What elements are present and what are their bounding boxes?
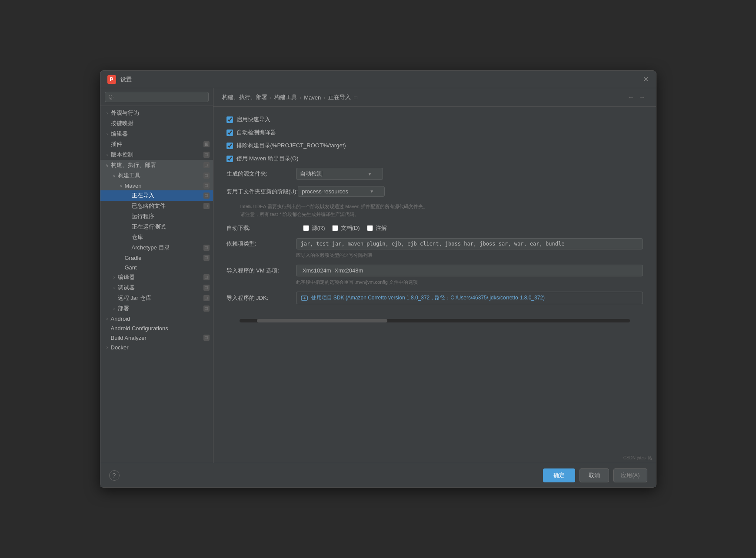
sidebar-item-deploy[interactable]: › 部署 □ [100, 303, 213, 314]
apply-button[interactable]: 应用(A) [613, 468, 647, 482]
spacer [104, 141, 111, 148]
cancel-button[interactable]: 取消 [579, 468, 609, 482]
auto-detect-compiler-label[interactable]: 自动检测编译器 [236, 129, 276, 136]
sidebar-item-editor[interactable]: › 编辑器 [100, 129, 213, 139]
confirm-button[interactable]: 确定 [543, 468, 575, 482]
sidebar-item-android-configs[interactable]: Android Configurations [100, 323, 213, 333]
vcs-icon: □ [203, 152, 210, 158]
spacer [104, 325, 111, 332]
search-box [100, 88, 213, 106]
sidebar-item-gant[interactable]: Gant [100, 262, 213, 272]
spacer [125, 192, 132, 199]
spacer [118, 254, 125, 261]
horizontal-scrollbar[interactable] [240, 319, 630, 322]
dependency-types-input[interactable] [296, 238, 643, 249]
breadcrumb-sep-1: › [270, 94, 272, 101]
phase-update-row: 要用于文件夹更新的阶段(U): process-resources ▼ [226, 186, 643, 197]
footer-left: ? [109, 470, 543, 481]
spacer [104, 120, 111, 127]
vm-options-input[interactable] [296, 265, 643, 276]
sidebar-item-debugger[interactable]: › 调试器 □ [100, 282, 213, 293]
sidebar-item-remote-jar[interactable]: 远程 Jar 仓库 □ [100, 293, 213, 303]
source-download-option: 源(R) [303, 224, 325, 232]
sidebar-item-appearance[interactable]: › 外观与行为 [100, 108, 213, 118]
chevron-down-icon: ∨ [104, 162, 111, 169]
sidebar-item-archetype-catalog[interactable]: Archetype 目录 □ [100, 242, 213, 253]
sidebar-item-maven[interactable]: ∨ Maven □ [100, 181, 213, 190]
settings-dialog: P 设置 ✕ › 外观与行为 按键映射 › 编辑器 [100, 70, 656, 488]
jdk-selector[interactable]: 使用项目 SDK (Amazon Corretto version 1.8.0_… [296, 292, 643, 304]
sidebar-item-running-tests[interactable]: 正在运行测试 [100, 222, 213, 232]
sidebar-item-docker[interactable]: › Docker [100, 342, 213, 352]
ignored-icon: □ [203, 203, 210, 209]
exclude-build-dir-checkbox[interactable] [226, 143, 233, 149]
breadcrumb-sep-2: › [300, 94, 301, 101]
chevron-right-icon: › [111, 274, 118, 281]
dependency-types-row: 依赖项类型: [226, 238, 643, 249]
spacer [125, 223, 132, 230]
spacer [104, 334, 111, 341]
fast-import-checkbox[interactable] [226, 116, 233, 123]
annotations-download-label[interactable]: 注解 [376, 224, 387, 232]
sidebar-item-repository[interactable]: 仓库 [100, 232, 213, 242]
chevron-down-icon: ▼ [370, 189, 374, 194]
phase-select[interactable]: process-resources ▼ [298, 186, 385, 197]
main-content: 构建、执行、部署 › 构建工具 › Maven › 正在导入 □ ← → 启用快… [213, 88, 656, 463]
use-maven-output-checkbox[interactable] [226, 156, 233, 162]
annotations-download-checkbox[interactable] [367, 225, 373, 231]
exclude-build-dir-row: 排除构建目录(%PROJECT_ROOT%/target) [226, 142, 643, 149]
sidebar-item-build-analyzer[interactable]: Build Analyzer □ [100, 333, 213, 342]
watermark: CSDN @zs_帖 [623, 455, 653, 461]
debugger-icon: □ [203, 285, 210, 291]
chevron-down-icon: ∨ [118, 182, 125, 189]
footer-buttons: 确定 取消 应用(A) [543, 468, 647, 482]
search-input[interactable] [105, 92, 209, 102]
breadcrumb-part-2: 构建工具 [274, 93, 297, 101]
sidebar-item-build-exec[interactable]: ∨ 构建、执行、部署 □ [100, 160, 213, 170]
sidebar-item-compiler[interactable]: › 编译器 □ [100, 272, 213, 282]
sidebar-item-gradle[interactable]: Gradle □ [100, 253, 213, 262]
sidebar: › 外观与行为 按键映射 › 编辑器 插件 ⊞ › [100, 88, 213, 463]
nav-forward-button[interactable]: → [638, 93, 647, 102]
breadcrumb-settings-icon: □ [354, 94, 357, 100]
generated-sources-select[interactable]: 自动检测 ▼ [296, 168, 383, 180]
sidebar-item-vcs[interactable]: › 版本控制 □ [100, 149, 213, 160]
use-maven-output-label[interactable]: 使用 Maven 输出目录(O) [236, 155, 299, 163]
dialog-title: 设置 [120, 76, 643, 83]
settings-icon: ⊞ [203, 141, 210, 147]
dependency-types-field-wrap [296, 238, 643, 249]
docs-download-label[interactable]: 文档(D) [341, 224, 360, 232]
settings-area: 启用快速导入 自动检测编译器 排除构建目录(%PROJECT_ROOT%/tar… [213, 107, 656, 463]
app-icon: P [107, 75, 116, 84]
exclude-build-dir-label[interactable]: 排除构建目录(%PROJECT_ROOT%/target) [236, 142, 346, 149]
sidebar-item-plugins[interactable]: 插件 ⊞ [100, 139, 213, 149]
help-button[interactable]: ? [109, 470, 120, 481]
sidebar-item-keymap[interactable]: 按键映射 [100, 118, 213, 129]
generated-sources-row: 生成的源文件夹: 自动检测 ▼ [226, 168, 643, 180]
jdk-label: 导入程序的 JDK: [226, 294, 296, 302]
breadcrumb-part-4: 正在导入 [328, 93, 351, 101]
auto-detect-compiler-checkbox[interactable] [226, 130, 233, 136]
fast-import-label[interactable]: 启用快速导入 [236, 116, 270, 123]
source-download-label[interactable]: 源(R) [312, 224, 325, 232]
scrollbar-thumb [257, 319, 387, 322]
gradle-icon: □ [203, 255, 210, 261]
nav-back-button[interactable]: ← [626, 93, 636, 102]
dependency-types-label: 依赖项类型: [226, 240, 296, 248]
sidebar-item-android[interactable]: › Android [100, 314, 213, 323]
auto-download-label: 自动下载: [226, 224, 296, 232]
source-download-checkbox[interactable] [303, 225, 309, 231]
docs-download-checkbox[interactable] [332, 225, 338, 231]
sidebar-item-importing[interactable]: 正在导入 □ [100, 190, 213, 201]
fast-import-row: 启用快速导入 [226, 116, 643, 123]
build-analyzer-icon: □ [203, 335, 210, 341]
spacer [125, 244, 132, 251]
jdk-sdk-icon [301, 295, 308, 302]
dialog-footer: ? 确定 取消 应用(A) [100, 463, 656, 487]
close-button[interactable]: ✕ [643, 76, 649, 83]
dialog-body: › 外观与行为 按键映射 › 编辑器 插件 ⊞ › [100, 88, 656, 463]
deploy-icon: □ [203, 306, 210, 312]
sidebar-item-build-tools[interactable]: ∨ 构建工具 □ [100, 170, 213, 181]
sidebar-item-ignored-files[interactable]: 已忽略的文件 □ [100, 201, 213, 211]
sidebar-item-runner[interactable]: 运行程序 [100, 211, 213, 222]
